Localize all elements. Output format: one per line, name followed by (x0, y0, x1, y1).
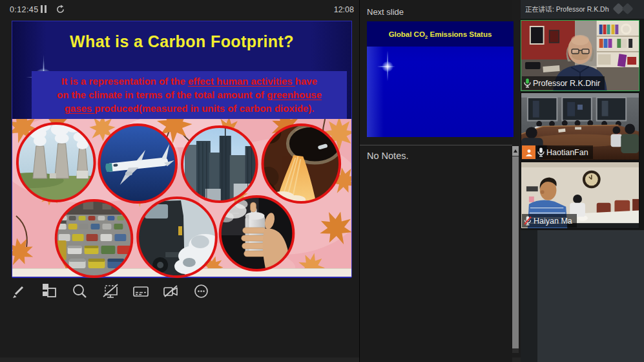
next-slide-panel: Next slide Global CO2 Emissions Status N… (360, 0, 512, 362)
pen-icon (10, 282, 28, 300)
participant-name: HaotianFan (546, 148, 588, 157)
participant-label: Haiyan Ma (522, 214, 577, 228)
participant-label: Professor R.K.Dhir (522, 76, 605, 90)
wall-clock: 12:08 (328, 5, 354, 14)
mic-active-icon (524, 78, 531, 88)
slide-title: What is a Carbon Footprint? (12, 32, 351, 51)
next-slide-label: Next slide (367, 7, 404, 17)
speaking-status: 正在讲话: Professor R.K.Dhir;... (525, 5, 609, 14)
video-tile-haotianfan[interactable]: HaotianFan (521, 92, 639, 160)
scrollbar-thumb[interactable] (512, 156, 519, 348)
slide-sorter-button[interactable] (38, 280, 60, 302)
host-badge-icon (522, 145, 535, 159)
elapsed-timer: 0:12:45 (10, 5, 39, 14)
mic-on-icon (537, 147, 545, 157)
camera-off-icon (161, 282, 180, 300)
pause-icon (41, 5, 43, 13)
current-slide[interactable]: What is a Carbon Footprint? It is a repr… (12, 21, 352, 277)
participant-name: Haiyan Ma (534, 217, 572, 226)
pause-timer-button[interactable] (41, 5, 48, 13)
notes-divider (360, 145, 512, 145)
up-arrow-icon (514, 149, 517, 153)
meeting-app-logo-icon (611, 3, 641, 16)
presenter-toolbar (8, 280, 212, 303)
mic-muted-icon (524, 216, 532, 226)
notes-scrollbar[interactable] (512, 146, 519, 353)
video-panel-header: 正在讲话: Professor R.K.Dhir;... (521, 0, 644, 19)
black-screen-icon (101, 282, 119, 300)
more-options-icon (192, 282, 210, 300)
presenter-view-app: 0:12:45 12:08 What is a Carbon Footprint… (0, 0, 644, 362)
next-slide-thumbnail[interactable]: Global CO2 Emissions Status (367, 21, 514, 137)
scroll-up-button[interactable] (512, 146, 519, 156)
magnifier-icon (70, 282, 88, 300)
next-slide-title: Global CO2 Emissions Status (367, 21, 514, 47)
pollution-photo-collage (12, 119, 351, 278)
participant-name: Professor R.K.Dhir (533, 79, 600, 88)
pen-tool-button[interactable] (8, 280, 30, 302)
zoom-slide-button[interactable] (68, 280, 90, 302)
slide-sorter-icon (40, 282, 58, 300)
video-tile-professor-rkdhir[interactable]: Professor R.K.Dhir (521, 20, 639, 91)
camera-toggle-button[interactable] (160, 280, 182, 302)
black-screen-button[interactable] (99, 280, 121, 302)
restart-icon (56, 5, 65, 14)
presenter-area: 0:12:45 12:08 What is a Carbon Footprint… (0, 0, 359, 362)
restart-timer-button[interactable] (56, 5, 65, 14)
participant-label: HaotianFan (522, 145, 593, 159)
panel-filler-gray (537, 230, 644, 362)
captions-icon (131, 282, 149, 300)
video-tile-haiyan-ma[interactable]: Haiyan Ma (521, 162, 639, 229)
slide-body-text: It is a representation of the effect hum… (32, 71, 347, 119)
video-panel: 正在讲话: Professor R.K.Dhir;... (521, 0, 644, 362)
more-options-button[interactable] (190, 280, 212, 302)
notes-text: No Notes. (367, 151, 408, 161)
captions-button[interactable] (129, 280, 151, 302)
panel-filler-dark (521, 230, 537, 362)
